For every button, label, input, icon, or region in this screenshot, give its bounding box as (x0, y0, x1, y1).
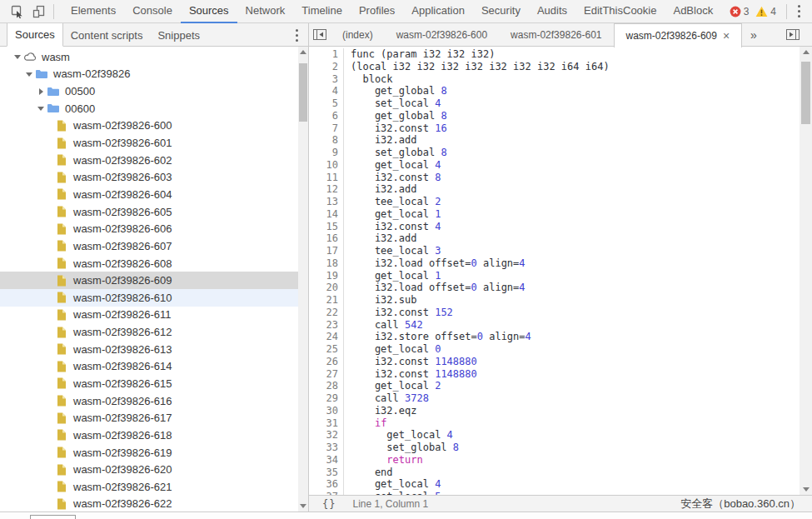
code-line[interactable]: 18 i32.load offset=0 align=4 (310, 257, 800, 270)
line-number[interactable]: 16 (310, 232, 344, 245)
navigator-tab-snippets[interactable]: Snippets (150, 23, 207, 47)
editor-scroll-down-icon[interactable] (800, 484, 812, 495)
main-tab-sources[interactable]: Sources (181, 0, 237, 23)
tree-item-wasm-02f39826-620[interactable]: wasm-02f39826-620 (0, 461, 298, 478)
tree-expanded-arrow-icon[interactable] (35, 102, 47, 114)
code-line[interactable]: 36 get_local 4 (310, 478, 800, 491)
code-line[interactable]: 13 tee_local 2 (310, 196, 800, 208)
line-number[interactable]: 25 (310, 343, 344, 356)
code-line[interactable]: 21 i32.sub (310, 294, 800, 307)
line-number[interactable]: 18 (310, 257, 344, 270)
line-number[interactable]: 8 (310, 134, 344, 147)
line-number[interactable]: 14 (310, 208, 344, 221)
code-line[interactable]: 17 tee_local 3 (310, 245, 800, 257)
file-tab-index[interactable]: (index) (331, 23, 385, 47)
code-line[interactable]: 11 i32.const 8 (310, 172, 800, 184)
line-number[interactable]: 2 (310, 61, 344, 73)
line-number[interactable]: 32 (310, 429, 344, 442)
tree-item-wasm-02f39826-614[interactable]: wasm-02f39826-614 (0, 358, 298, 376)
line-number[interactable]: 4 (310, 85, 344, 97)
line-number[interactable]: 19 (310, 270, 344, 282)
code-line[interactable]: 8 i32.add (310, 134, 800, 147)
tree-item-wasm-02f39826-607[interactable]: wasm-02f39826-607 (0, 237, 298, 255)
navigator-tab-content-scripts[interactable]: Content scripts (63, 23, 151, 47)
tree-item-wasm-02f39826-615[interactable]: wasm-02f39826-615 (0, 375, 298, 392)
tree-item-wasm-02f39826-603[interactable]: wasm-02f39826-603 (0, 168, 298, 186)
line-number[interactable]: 27 (310, 368, 344, 381)
code-line[interactable]: 3 block (310, 73, 800, 86)
device-toolbar-icon[interactable] (28, 2, 50, 22)
tree-item-wasm-02f39826-602[interactable]: wasm-02f39826-602 (0, 152, 298, 169)
tree-item-wasm-02f39826-601[interactable]: wasm-02f39826-601 (0, 134, 298, 152)
pretty-print-button[interactable]: {} (319, 497, 339, 511)
code-line[interactable]: 29 call 3728 (310, 392, 800, 405)
line-number[interactable]: 28 (310, 380, 344, 392)
code-line[interactable]: 16 i32.add (310, 232, 800, 245)
main-tab-editthiscookie[interactable]: EditThisCookie (575, 0, 665, 23)
code-line[interactable]: 26 i32.const 1148880 (310, 356, 800, 368)
code-line[interactable]: 7 i32.const 16 (310, 122, 800, 135)
line-number[interactable]: 12 (310, 183, 344, 196)
code-line[interactable]: 5 set_local 4 (310, 97, 800, 110)
line-number[interactable]: 21 (310, 294, 344, 307)
kebab-menu-icon[interactable] (790, 2, 807, 21)
line-number[interactable]: 36 (310, 478, 344, 491)
line-number[interactable]: 11 (310, 172, 344, 184)
line-number[interactable]: 3 (310, 73, 344, 86)
tree-item-wasm-02f39826-613[interactable]: wasm-02f39826-613 (0, 341, 298, 358)
main-tab-profiles[interactable]: Profiles (351, 0, 403, 23)
line-number[interactable]: 33 (310, 442, 344, 454)
code-line[interactable]: 14 get_local 1 (310, 208, 800, 221)
more-tabs-icon[interactable]: » (742, 23, 765, 47)
code-line[interactable]: 22 i32.const 152 (310, 307, 800, 319)
line-number[interactable]: 23 (310, 319, 344, 332)
line-number[interactable]: 29 (310, 392, 344, 405)
code-line[interactable]: 27 i32.const 1148880 (310, 368, 800, 381)
navigator-kebab-menu-icon[interactable] (288, 26, 305, 44)
line-number[interactable]: 30 (310, 405, 344, 417)
tree-item-wasm-02f39826[interactable]: wasm-02f39826 (0, 66, 298, 83)
file-tab-wasm-02f39826-601[interactable]: wasm-02f39826-601 (499, 23, 613, 47)
line-number[interactable]: 17 (310, 245, 344, 257)
tree-item-wasm-02f39826-609[interactable]: wasm-02f39826-609 (0, 272, 298, 289)
editor-scrollbar-thumb[interactable] (801, 62, 810, 124)
close-tab-icon[interactable]: × (723, 30, 730, 42)
line-number[interactable]: 34 (310, 454, 344, 467)
tree-item-wasm[interactable]: wasm (0, 48, 298, 66)
sidebar-scrollbar-thumb[interactable] (299, 63, 307, 122)
code-line[interactable]: 35 end (310, 467, 800, 479)
code-line[interactable]: 15 i32.const 4 (310, 221, 800, 233)
line-number[interactable]: 20 (310, 282, 344, 294)
tree-item-wasm-02f39826-616[interactable]: wasm-02f39826-616 (0, 392, 298, 410)
code-line[interactable]: 25 get_local 0 (310, 343, 800, 356)
main-tab-network[interactable]: Network (237, 0, 294, 23)
tree-item-00500[interactable]: 00500 (0, 82, 298, 100)
code-line[interactable]: 19 get_local 1 (310, 270, 800, 282)
line-number[interactable]: 5 (310, 97, 344, 110)
code-line[interactable]: 31 if (310, 417, 800, 430)
code-line[interactable]: 28 get_local 2 (310, 380, 800, 392)
file-tab-wasm-02f39826-609[interactable]: wasm-02f39826-609× (614, 23, 743, 47)
code-line[interactable]: 23 call 542 (310, 319, 800, 332)
line-number[interactable]: 13 (310, 196, 344, 208)
main-tab-timeline[interactable]: Timeline (293, 0, 351, 23)
line-number[interactable]: 31 (310, 417, 344, 430)
line-number[interactable]: 6 (310, 110, 344, 122)
line-number[interactable]: 10 (310, 159, 344, 172)
code-line[interactable]: 24 i32.store offset=0 align=4 (310, 331, 800, 343)
tree-item-wasm-02f39826-604[interactable]: wasm-02f39826-604 (0, 186, 298, 203)
tree-item-wasm-02f39826-610[interactable]: wasm-02f39826-610 (0, 289, 298, 307)
editor-scroll-up-icon[interactable] (800, 47, 812, 57)
line-number[interactable]: 7 (310, 122, 344, 135)
sidebar-scrollbar[interactable] (298, 47, 308, 512)
tree-item-wasm-02f39826-612[interactable]: wasm-02f39826-612 (0, 323, 298, 341)
collapse-left-icon[interactable] (309, 23, 331, 46)
code-line[interactable]: 20 i32.load offset=0 align=4 (310, 282, 800, 294)
main-tab-console[interactable]: Console (124, 0, 181, 23)
tree-item-wasm-02f39826-618[interactable]: wasm-02f39826-618 (0, 427, 298, 444)
code-line[interactable]: 30 i32.eqz (310, 405, 800, 417)
code-line[interactable]: 9 set_global 8 (310, 147, 800, 159)
code-line[interactable]: 34 return (310, 454, 800, 467)
main-tab-elements[interactable]: Elements (62, 0, 124, 23)
tree-item-wasm-02f39826-617[interactable]: wasm-02f39826-617 (0, 409, 298, 427)
